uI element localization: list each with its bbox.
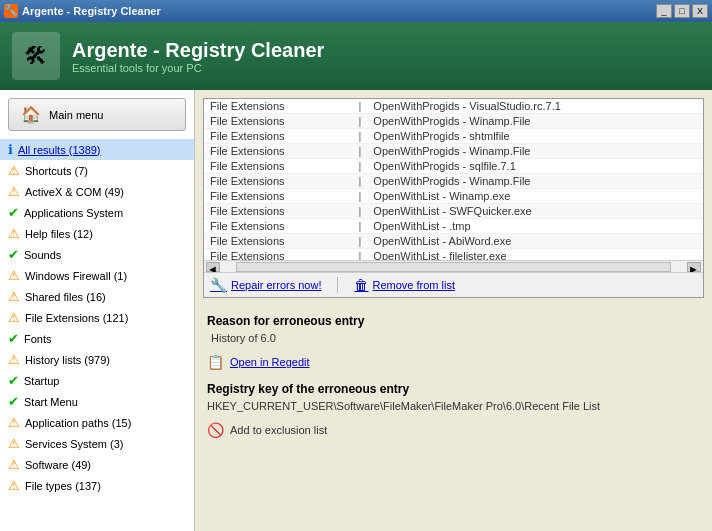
scroll-left-btn[interactable]: ◄ [206, 262, 220, 272]
sidebar-item-start-menu[interactable]: ✔ Start Menu [0, 391, 194, 412]
sidebar-item-file-extensions[interactable]: ⚠ File Extensions (121) [0, 307, 194, 328]
row-separator: | [352, 249, 367, 261]
row-separator: | [352, 219, 367, 234]
warning-icon: ⚠ [8, 163, 20, 178]
warning-icon: ⚠ [8, 457, 20, 472]
exclusion-icon: 🚫 [207, 422, 224, 438]
sidebar-item-label: All results (1389) [18, 144, 101, 156]
scroll-right-btn[interactable]: ► [687, 262, 701, 272]
warning-icon: ⚠ [8, 268, 20, 283]
sidebar-item-label: Help files (12) [25, 228, 93, 240]
sidebar-item-label: Fonts [24, 333, 52, 345]
remove-icon: 🗑 [354, 277, 368, 293]
app-header: 🛠 Argente - Registry Cleaner Essential t… [0, 22, 712, 90]
add-to-exclusion-button[interactable]: 🚫 Add to exclusion list [207, 422, 700, 438]
row-value: OpenWithList - Winamp.exe [367, 189, 703, 204]
minimize-button[interactable]: _ [656, 4, 672, 18]
sidebar-item-label: Start Menu [24, 396, 78, 408]
sidebar-item-label: History lists (979) [25, 354, 110, 366]
sidebar-item-file-types[interactable]: ⚠ File types (137) [0, 475, 194, 496]
row-category: File Extensions [204, 114, 352, 129]
sidebar-item-shared-files[interactable]: ⚠ Shared files (16) [0, 286, 194, 307]
row-separator: | [352, 144, 367, 159]
ok-icon: ✔ [8, 205, 19, 220]
sidebar-item-sounds[interactable]: ✔ Sounds [0, 244, 194, 265]
table-row[interactable]: File Extensions | OpenWithList - filelis… [204, 249, 703, 261]
table-row[interactable]: File Extensions | OpenWithList - Winamp.… [204, 189, 703, 204]
action-separator [337, 277, 338, 293]
registry-key-value: HKEY_CURRENT_USER\Software\FileMaker\Fil… [207, 400, 700, 412]
sidebar-item-label: Applications System [24, 207, 123, 219]
row-separator: | [352, 159, 367, 174]
row-separator: | [352, 99, 367, 114]
sidebar-item-label: Sounds [24, 249, 61, 261]
row-value: OpenWithProgids - VisualStudio.rc.7.1 [367, 99, 703, 114]
row-separator: | [352, 189, 367, 204]
sidebar-item-label: ActiveX & COM (49) [25, 186, 124, 198]
app-subtitle: Essential tools for your PC [72, 62, 324, 74]
registry-title: Registry key of the erroneous entry [207, 382, 700, 396]
table-row[interactable]: File Extensions | OpenWithProgids - Wina… [204, 144, 703, 159]
h-scrollbar-track[interactable] [236, 262, 671, 272]
row-category: File Extensions [204, 99, 352, 114]
title-bar-left: 🔧 Argente - Registry Cleaner [4, 4, 161, 18]
results-table-wrapper[interactable]: File Extensions | OpenWithProgids - Visu… [204, 99, 703, 260]
sidebar-item-services-system[interactable]: ⚠ Services System (3) [0, 433, 194, 454]
sidebar-list: ℹ All results (1389) ⚠ Shortcuts (7) ⚠ A… [0, 139, 194, 531]
close-button[interactable]: X [692, 4, 708, 18]
sidebar-item-help-files[interactable]: ⚠ Help files (12) [0, 223, 194, 244]
sidebar-item-label: Services System (3) [25, 438, 123, 450]
horizontal-scrollbar[interactable]: ◄ ► [204, 260, 703, 272]
regedit-icon: 📋 [207, 354, 224, 370]
warning-icon: ⚠ [8, 352, 20, 367]
sidebar-item-fonts[interactable]: ✔ Fonts [0, 328, 194, 349]
ok-icon: ✔ [8, 247, 19, 262]
table-row[interactable]: File Extensions | OpenWithList - SWFQuic… [204, 204, 703, 219]
table-row[interactable]: File Extensions | OpenWithList - .tmp [204, 219, 703, 234]
main-menu-button[interactable]: 🏠 Main menu [8, 98, 186, 131]
repair-errors-button[interactable]: 🔧 Repair errors now! [210, 277, 321, 293]
warning-icon: ⚠ [8, 436, 20, 451]
warning-icon: ⚠ [8, 478, 20, 493]
content-area: File Extensions | OpenWithProgids - Visu… [195, 90, 712, 531]
table-row[interactable]: File Extensions | OpenWithProgids - shtm… [204, 129, 703, 144]
maximize-button[interactable]: □ [674, 4, 690, 18]
main-menu-label: Main menu [49, 109, 103, 121]
row-category: File Extensions [204, 234, 352, 249]
sidebar-item-history-lists[interactable]: ⚠ History lists (979) [0, 349, 194, 370]
sidebar-item-software[interactable]: ⚠ Software (49) [0, 454, 194, 475]
sidebar-item-applications[interactable]: ✔ Applications System [0, 202, 194, 223]
title-bar-buttons[interactable]: _ □ X [656, 4, 708, 18]
main-menu-icon: 🏠 [21, 105, 41, 124]
table-row[interactable]: File Extensions | OpenWithProgids - Wina… [204, 114, 703, 129]
sidebar-item-label: Shared files (16) [25, 291, 106, 303]
reason-title: Reason for erroneous entry [207, 314, 700, 328]
sidebar-item-windows-firewall[interactable]: ⚠ Windows Firewall (1) [0, 265, 194, 286]
sidebar-item-application-paths[interactable]: ⚠ Application paths (15) [0, 412, 194, 433]
warning-icon: ⚠ [8, 310, 20, 325]
table-row[interactable]: File Extensions | OpenWithProgids - sqlf… [204, 159, 703, 174]
warning-icon: ⚠ [8, 415, 20, 430]
remove-from-list-button[interactable]: 🗑 Remove from list [354, 277, 455, 293]
open-regedit-button[interactable]: 📋 Open in Regedit [207, 354, 700, 370]
sidebar-item-startup[interactable]: ✔ Startup [0, 370, 194, 391]
table-row[interactable]: File Extensions | OpenWithList - AbiWord… [204, 234, 703, 249]
row-category: File Extensions [204, 174, 352, 189]
window-title: Argente - Registry Cleaner [22, 5, 161, 17]
row-category: File Extensions [204, 219, 352, 234]
row-value: OpenWithProgids - shtmlfile [367, 129, 703, 144]
sidebar-item-shortcuts[interactable]: ⚠ Shortcuts (7) [0, 160, 194, 181]
warning-icon: ⚠ [8, 289, 20, 304]
sidebar-item-all-results[interactable]: ℹ All results (1389) [0, 139, 194, 160]
table-row[interactable]: File Extensions | OpenWithProgids - Wina… [204, 174, 703, 189]
row-value: OpenWithList - filelister.exe [367, 249, 703, 261]
row-category: File Extensions [204, 249, 352, 261]
exclusion-label: Add to exclusion list [230, 424, 327, 436]
ok-icon: ✔ [8, 394, 19, 409]
sidebar: 🏠 Main menu ℹ All results (1389) ⚠ Short… [0, 90, 195, 531]
results-table: File Extensions | OpenWithProgids - Visu… [204, 99, 703, 260]
sidebar-item-activex[interactable]: ⚠ ActiveX & COM (49) [0, 181, 194, 202]
table-row[interactable]: File Extensions | OpenWithProgids - Visu… [204, 99, 703, 114]
row-value: OpenWithProgids - Winamp.File [367, 174, 703, 189]
warning-icon: ⚠ [8, 184, 20, 199]
